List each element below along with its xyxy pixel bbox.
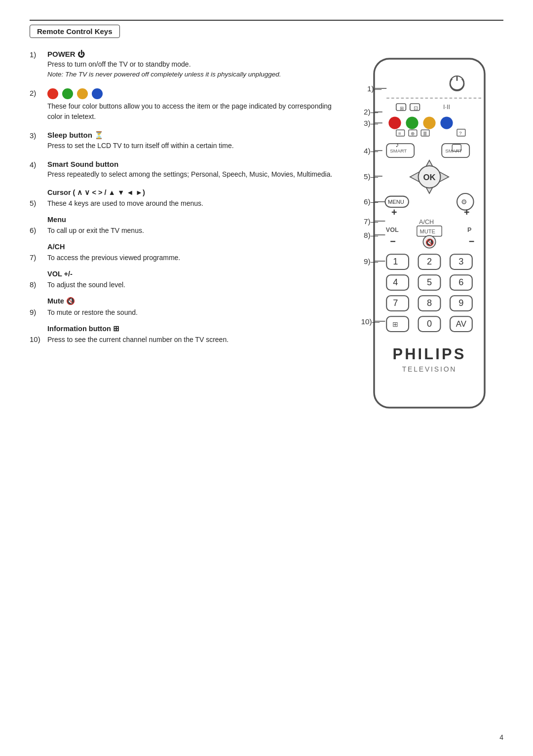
item-7-body: To access the previous viewed programme.: [47, 253, 336, 263]
page-number: 4: [499, 733, 503, 741]
svg-text:2)—: 2)—: [364, 108, 379, 116]
item-7-num: 7): [30, 253, 43, 262]
item-1-desc: Press to turn on/off the TV or to standb…: [47, 59, 336, 70]
item-5-body: These 4 keys are used to move around the…: [47, 198, 336, 209]
item-8-subheading: VOL +/-: [47, 270, 336, 278]
item-5-num: 5): [30, 198, 43, 207]
svg-text:10)—: 10)—: [361, 317, 380, 326]
svg-text:3)—: 3)—: [364, 119, 379, 127]
svg-text:6)—: 6)—: [364, 197, 379, 206]
svg-text:⚙: ⚙: [461, 198, 467, 206]
item-9-group: Mute 🔇 9) To mute or restore the sound.: [30, 297, 336, 318]
svg-text:2: 2: [427, 257, 432, 266]
svg-text:MUTE: MUTE: [419, 228, 435, 234]
svg-text:9: 9: [458, 298, 463, 308]
svg-text:0: 0: [427, 319, 432, 329]
svg-text:OK: OK: [423, 173, 435, 182]
item-7-subheading: A/CH: [47, 243, 336, 251]
svg-text:⊕: ⊕: [411, 131, 415, 136]
svg-point-16: [406, 117, 418, 129]
item-4-num: 4): [30, 160, 43, 169]
item-4: 4) Smart Sound button Press repeatedly t…: [30, 160, 336, 180]
item-6-num: 6): [30, 226, 43, 234]
item-5-desc: These 4 keys are used to move around the…: [47, 198, 336, 209]
item-2: 2) These four color buttons allow you to…: [30, 88, 336, 122]
item-5: 5) These 4 keys are used to move around …: [30, 198, 336, 209]
item-5-group: Cursor ( ∧ ∨ < > / ▲ ▼ ◄ ►) 5) These 4 k…: [30, 189, 336, 209]
svg-text:+: +: [464, 207, 469, 218]
remote-illustration-column: 1)— 2)— ⊞ ⊡ I·II 3)—: [355, 50, 503, 416]
item-1-body: POWER ⏻ Press to turn on/off the TV or t…: [47, 50, 336, 79]
item-10: 10) Press to see the current channel num…: [30, 335, 336, 345]
svg-text:♪: ♪: [395, 141, 399, 149]
item-9-num: 9): [30, 307, 43, 316]
item-7: 7) To access the previous viewed program…: [30, 253, 336, 263]
item-8-body: To adjust the sound level.: [47, 280, 336, 290]
item-4-heading: Smart Sound button: [47, 160, 336, 168]
item-8-group: VOL +/- 8) To adjust the sound level.: [30, 270, 336, 290]
item-3-body: Sleep button ⏳ Press to set the LCD TV t…: [47, 131, 336, 151]
item-4-desc: Press repeatedly to select among the set…: [47, 169, 336, 180]
svg-point-15: [388, 117, 401, 129]
item-1-heading: POWER ⏻: [47, 50, 336, 58]
remote-control-image: 1)— 2)— ⊞ ⊡ I·II 3)—: [360, 55, 498, 416]
svg-point-18: [440, 117, 453, 129]
svg-text:I·II: I·II: [443, 104, 450, 111]
top-rule: [30, 20, 503, 21]
item-3-heading: Sleep button ⏳: [47, 131, 336, 140]
item-8: 8) To adjust the sound level.: [30, 280, 336, 290]
svg-text:5)—: 5)—: [364, 172, 379, 181]
svg-text:A/CH: A/CH: [419, 219, 434, 226]
item-9-desc: To mute or restore the sound.: [47, 307, 336, 318]
item-4-body: Smart Sound button Press repeatedly to s…: [47, 160, 336, 180]
section-title: Remote Control Keys: [30, 25, 120, 38]
item-6-group: Menu 6) To call up or exit the TV menus.: [30, 216, 336, 236]
svg-point-17: [423, 117, 435, 129]
svg-text:⊞: ⊞: [392, 320, 398, 328]
item-6-subheading: Menu: [47, 216, 336, 224]
item-2-body: These four color buttons allow you to ac…: [47, 88, 336, 122]
item-9: 9) To mute or restore the sound.: [30, 307, 336, 318]
svg-text:AV: AV: [456, 319, 467, 329]
svg-text:≡: ≡: [398, 131, 401, 136]
svg-text:🔇: 🔇: [425, 238, 434, 247]
svg-text:9)—: 9)—: [364, 257, 379, 265]
item-2-desc: These four color buttons allow you to ac…: [47, 101, 336, 122]
svg-text:5: 5: [427, 277, 432, 287]
item-7-group: A/CH 7) To access the previous viewed pr…: [30, 243, 336, 263]
svg-text:−: −: [469, 236, 474, 247]
svg-text:1)—: 1)—: [367, 84, 382, 93]
item-6-body: To call up or exit the TV menus.: [47, 226, 336, 236]
remote-svg: 1)— 2)— ⊞ ⊡ I·II 3)—: [360, 55, 498, 415]
item-9-subheading: Mute 🔇: [47, 297, 336, 305]
item-10-desc: Press to see the current channel number …: [47, 335, 336, 345]
item-10-group: Information button ⊞ 10) Press to see th…: [30, 325, 336, 345]
svg-text:TELEVISION: TELEVISION: [402, 365, 457, 373]
svg-text:6: 6: [458, 277, 463, 287]
item-2-num: 2): [30, 88, 43, 97]
svg-text:?: ?: [459, 130, 462, 136]
item-3: 3) Sleep button ⏳ Press to set the LCD T…: [30, 131, 336, 151]
svg-text:4: 4: [393, 277, 398, 287]
blue-dot: [92, 88, 103, 99]
item-8-desc: To adjust the sound level.: [47, 280, 336, 290]
item-10-num: 10): [30, 335, 43, 343]
svg-text:+: +: [391, 207, 397, 218]
svg-text:4)—: 4)—: [364, 147, 379, 155]
item-6-desc: To call up or exit the TV menus.: [47, 226, 336, 236]
svg-text:SMART: SMART: [390, 148, 407, 153]
svg-text:PHILIPS: PHILIPS: [392, 345, 466, 363]
svg-text:8: 8: [427, 298, 432, 308]
svg-text:1: 1: [393, 257, 398, 266]
item-5-subheading: Cursor ( ∧ ∨ < > / ▲ ▼ ◄ ►): [47, 189, 336, 196]
content-layout: 1) POWER ⏻ Press to turn on/off the TV o…: [30, 50, 503, 416]
red-dot: [47, 88, 58, 99]
svg-text:MENU: MENU: [388, 199, 404, 205]
svg-text:7: 7: [393, 298, 398, 308]
yellow-dot: [77, 88, 88, 99]
item-1: 1) POWER ⏻ Press to turn on/off the TV o…: [30, 50, 336, 79]
svg-text:VOL: VOL: [386, 227, 399, 233]
color-dots: [47, 88, 336, 99]
item-7-desc: To access the previous viewed programme.: [47, 253, 336, 263]
item-6: 6) To call up or exit the TV menus.: [30, 226, 336, 236]
